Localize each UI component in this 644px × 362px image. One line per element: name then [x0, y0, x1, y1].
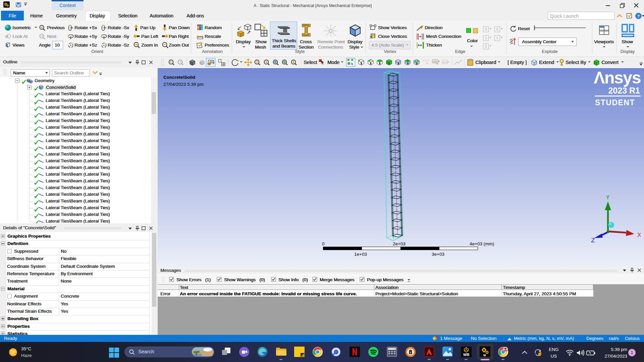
svg-text:X: X [637, 231, 641, 239]
svg-text:Y: Y [606, 195, 610, 201]
svg-text:M: M [483, 354, 486, 357]
svg-text:Abc: Abc [443, 61, 447, 64]
svg-text:WB: WB [463, 353, 469, 357]
svg-text:!: ! [436, 337, 437, 339]
svg-text:X.Y.Z: X.Y.Z [423, 59, 429, 62]
svg-text:Z: Z [591, 237, 595, 244]
svg-text:100: 100 [433, 60, 437, 63]
